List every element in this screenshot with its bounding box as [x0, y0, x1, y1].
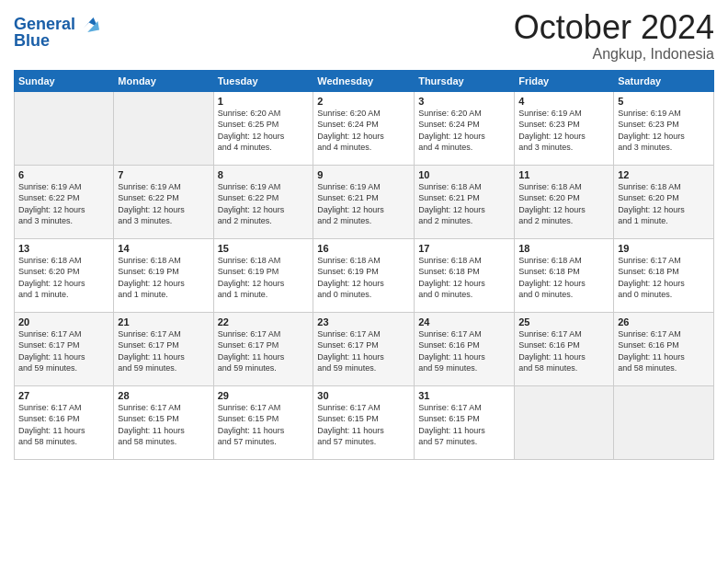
day-number: 8	[218, 169, 310, 180]
day-info: Sunrise: 6:17 AM Sunset: 6:18 PM Dayligh…	[618, 255, 710, 301]
header: General Blue October 2024 Angkup, Indone…	[14, 9, 714, 63]
day-info: Sunrise: 6:17 AM Sunset: 6:15 PM Dayligh…	[118, 402, 209, 448]
calendar-cell	[614, 385, 714, 459]
day-info: Sunrise: 6:18 AM Sunset: 6:19 PM Dayligh…	[118, 255, 209, 301]
calendar-cell: 16Sunrise: 6:18 AM Sunset: 6:19 PM Dayli…	[313, 238, 415, 312]
day-info: Sunrise: 6:17 AM Sunset: 6:17 PM Dayligh…	[317, 328, 410, 374]
day-info: Sunrise: 6:19 AM Sunset: 6:22 PM Dayligh…	[18, 181, 109, 227]
calendar-cell: 23Sunrise: 6:17 AM Sunset: 6:17 PM Dayli…	[313, 312, 415, 385]
day-info: Sunrise: 6:20 AM Sunset: 6:25 PM Dayligh…	[218, 108, 310, 154]
calendar-cell: 4Sunrise: 6:19 AM Sunset: 6:23 PM Daylig…	[515, 91, 614, 165]
day-info: Sunrise: 6:19 AM Sunset: 6:23 PM Dayligh…	[618, 108, 710, 154]
day-info: Sunrise: 6:17 AM Sunset: 6:16 PM Dayligh…	[418, 328, 510, 374]
calendar-cell: 12Sunrise: 6:18 AM Sunset: 6:20 PM Dayli…	[614, 165, 714, 238]
day-number: 27	[18, 390, 109, 401]
calendar-cell	[515, 385, 614, 459]
calendar-cell: 13Sunrise: 6:18 AM Sunset: 6:20 PM Dayli…	[15, 238, 114, 312]
calendar-cell: 8Sunrise: 6:19 AM Sunset: 6:22 PM Daylig…	[213, 165, 313, 238]
day-number: 3	[418, 96, 510, 107]
calendar-cell	[15, 91, 114, 165]
calendar-cell: 29Sunrise: 6:17 AM Sunset: 6:15 PM Dayli…	[213, 385, 313, 459]
col-thursday: Thursday	[415, 70, 515, 91]
calendar-week-2: 6Sunrise: 6:19 AM Sunset: 6:22 PM Daylig…	[15, 165, 714, 238]
col-monday: Monday	[114, 70, 213, 91]
day-number: 29	[218, 390, 310, 401]
calendar-cell: 20Sunrise: 6:17 AM Sunset: 6:17 PM Dayli…	[15, 312, 114, 385]
calendar-cell: 11Sunrise: 6:18 AM Sunset: 6:20 PM Dayli…	[515, 165, 614, 238]
day-number: 25	[518, 316, 609, 327]
calendar-cell: 26Sunrise: 6:17 AM Sunset: 6:16 PM Dayli…	[614, 312, 714, 385]
page-container: General Blue October 2024 Angkup, Indone…	[0, 0, 728, 563]
day-info: Sunrise: 6:17 AM Sunset: 6:16 PM Dayligh…	[18, 402, 109, 448]
day-info: Sunrise: 6:18 AM Sunset: 6:20 PM Dayligh…	[18, 255, 109, 301]
calendar-cell: 30Sunrise: 6:17 AM Sunset: 6:15 PM Dayli…	[313, 385, 415, 459]
title-section: October 2024 Angkup, Indonesia	[514, 9, 714, 63]
day-number: 2	[317, 96, 410, 107]
day-number: 23	[317, 316, 410, 327]
logo: General Blue	[14, 14, 99, 51]
calendar-cell: 28Sunrise: 6:17 AM Sunset: 6:15 PM Dayli…	[114, 385, 213, 459]
day-number: 19	[618, 243, 710, 254]
calendar-cell: 15Sunrise: 6:18 AM Sunset: 6:19 PM Dayli…	[213, 238, 313, 312]
day-info: Sunrise: 6:18 AM Sunset: 6:18 PM Dayligh…	[418, 255, 510, 301]
day-number: 10	[418, 169, 510, 180]
day-info: Sunrise: 6:17 AM Sunset: 6:17 PM Dayligh…	[218, 328, 310, 374]
day-number: 17	[418, 243, 510, 254]
day-info: Sunrise: 6:17 AM Sunset: 6:15 PM Dayligh…	[218, 402, 310, 448]
header-row: Sunday Monday Tuesday Wednesday Thursday…	[15, 70, 714, 91]
day-number: 16	[317, 243, 410, 254]
calendar-cell	[114, 91, 213, 165]
day-number: 13	[18, 243, 109, 254]
calendar-week-3: 13Sunrise: 6:18 AM Sunset: 6:20 PM Dayli…	[15, 238, 714, 312]
day-info: Sunrise: 6:18 AM Sunset: 6:20 PM Dayligh…	[618, 181, 710, 227]
col-tuesday: Tuesday	[213, 70, 313, 91]
day-number: 14	[118, 243, 209, 254]
day-number: 6	[18, 169, 109, 180]
calendar-body: 1Sunrise: 6:20 AM Sunset: 6:25 PM Daylig…	[15, 91, 714, 459]
day-number: 26	[618, 316, 710, 327]
calendar-week-5: 27Sunrise: 6:17 AM Sunset: 6:16 PM Dayli…	[15, 385, 714, 459]
calendar-cell: 1Sunrise: 6:20 AM Sunset: 6:25 PM Daylig…	[213, 91, 313, 165]
day-number: 9	[317, 169, 410, 180]
calendar-cell: 14Sunrise: 6:18 AM Sunset: 6:19 PM Dayli…	[114, 238, 213, 312]
day-info: Sunrise: 6:17 AM Sunset: 6:15 PM Dayligh…	[418, 402, 510, 448]
day-info: Sunrise: 6:18 AM Sunset: 6:20 PM Dayligh…	[518, 181, 609, 227]
day-number: 15	[218, 243, 310, 254]
calendar-cell: 17Sunrise: 6:18 AM Sunset: 6:18 PM Dayli…	[415, 238, 515, 312]
calendar-week-4: 20Sunrise: 6:17 AM Sunset: 6:17 PM Dayli…	[15, 312, 714, 385]
calendar-table: Sunday Monday Tuesday Wednesday Thursday…	[14, 70, 714, 460]
day-info: Sunrise: 6:17 AM Sunset: 6:16 PM Dayligh…	[618, 328, 710, 374]
day-info: Sunrise: 6:17 AM Sunset: 6:17 PM Dayligh…	[18, 328, 109, 374]
day-number: 24	[418, 316, 510, 327]
calendar-cell: 2Sunrise: 6:20 AM Sunset: 6:24 PM Daylig…	[313, 91, 415, 165]
day-info: Sunrise: 6:17 AM Sunset: 6:15 PM Dayligh…	[317, 402, 410, 448]
day-info: Sunrise: 6:20 AM Sunset: 6:24 PM Dayligh…	[418, 108, 510, 154]
day-number: 21	[118, 316, 209, 327]
day-number: 30	[317, 390, 410, 401]
day-info: Sunrise: 6:17 AM Sunset: 6:17 PM Dayligh…	[118, 328, 209, 374]
day-number: 18	[518, 243, 609, 254]
day-info: Sunrise: 6:18 AM Sunset: 6:21 PM Dayligh…	[418, 181, 510, 227]
day-info: Sunrise: 6:18 AM Sunset: 6:19 PM Dayligh…	[317, 255, 410, 301]
calendar-cell: 7Sunrise: 6:19 AM Sunset: 6:22 PM Daylig…	[114, 165, 213, 238]
day-info: Sunrise: 6:19 AM Sunset: 6:21 PM Dayligh…	[317, 181, 410, 227]
day-number: 11	[518, 169, 609, 180]
month-title: October 2024	[514, 9, 714, 46]
day-number: 5	[618, 96, 710, 107]
day-number: 22	[218, 316, 310, 327]
calendar-cell: 27Sunrise: 6:17 AM Sunset: 6:16 PM Dayli…	[15, 385, 114, 459]
calendar-cell: 21Sunrise: 6:17 AM Sunset: 6:17 PM Dayli…	[114, 312, 213, 385]
calendar-cell: 22Sunrise: 6:17 AM Sunset: 6:17 PM Dayli…	[213, 312, 313, 385]
day-info: Sunrise: 6:17 AM Sunset: 6:16 PM Dayligh…	[518, 328, 609, 374]
calendar-cell: 18Sunrise: 6:18 AM Sunset: 6:18 PM Dayli…	[515, 238, 614, 312]
location: Angkup, Indonesia	[514, 46, 714, 63]
day-number: 4	[518, 96, 609, 107]
logo-icon	[77, 14, 99, 36]
day-info: Sunrise: 6:18 AM Sunset: 6:18 PM Dayligh…	[518, 255, 609, 301]
calendar-cell: 19Sunrise: 6:17 AM Sunset: 6:18 PM Dayli…	[614, 238, 714, 312]
day-info: Sunrise: 6:19 AM Sunset: 6:22 PM Dayligh…	[118, 181, 209, 227]
day-info: Sunrise: 6:18 AM Sunset: 6:19 PM Dayligh…	[218, 255, 310, 301]
col-wednesday: Wednesday	[313, 70, 415, 91]
calendar-cell: 5Sunrise: 6:19 AM Sunset: 6:23 PM Daylig…	[614, 91, 714, 165]
day-number: 31	[418, 390, 510, 401]
